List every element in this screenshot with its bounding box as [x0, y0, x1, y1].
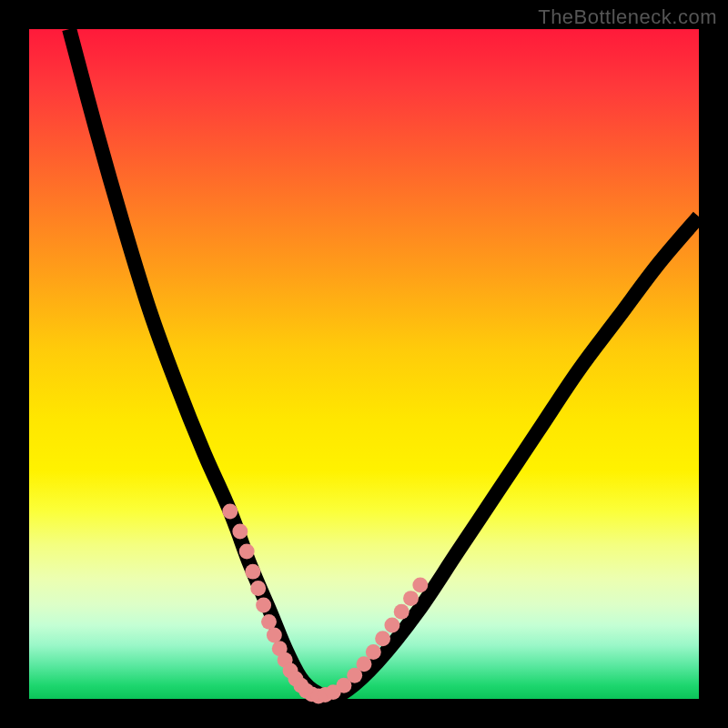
highlight-dot [375, 631, 390, 646]
bottleneck-curve [69, 29, 699, 697]
highlight-dot [245, 564, 260, 580]
watermark-text: TheBottleneck.com [538, 5, 717, 29]
highlight-dot [222, 503, 238, 519]
highlight-dot [412, 577, 428, 592]
highlight-dot [357, 656, 372, 672]
highlight-dot [384, 618, 399, 633]
highlight-dot [250, 581, 266, 596]
highlight-dot [366, 644, 381, 660]
chart-frame: TheBottleneck.com [0, 0, 728, 728]
highlight-dot [403, 591, 419, 606]
highlight-dot [232, 524, 248, 540]
highlighted-points-group [222, 503, 428, 703]
highlight-dot [256, 597, 271, 612]
highlight-dot [394, 604, 410, 620]
highlight-dot [267, 628, 282, 643]
highlight-dot [261, 614, 277, 630]
chart-overlay [29, 29, 699, 699]
highlight-dot [239, 544, 255, 560]
